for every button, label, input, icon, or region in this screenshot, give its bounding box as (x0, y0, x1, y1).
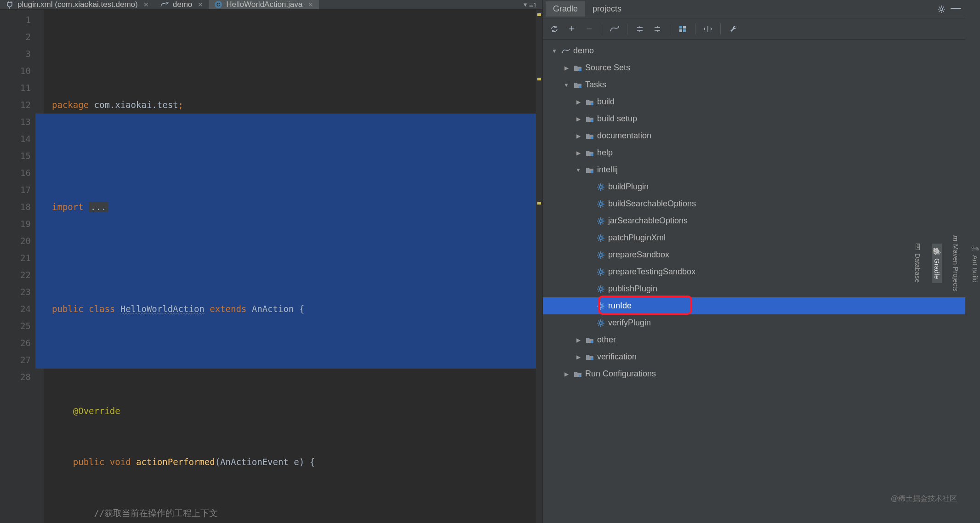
close-icon[interactable]: ✕ (143, 1, 149, 8)
folded-imports[interactable]: ... (89, 202, 108, 212)
gradle-panel: Gradle projects — + − ▼demo ▶Source Sets… (542, 0, 965, 523)
dropdown-icon[interactable]: ▾ (524, 0, 527, 9)
tree-task-patchpluginxml[interactable]: patchPluginXml (543, 229, 965, 246)
warning-marker[interactable] (537, 202, 541, 205)
class-ref: AnAction (252, 304, 294, 314)
warning-marker[interactable] (537, 13, 541, 16)
close-icon[interactable]: ✕ (308, 1, 313, 8)
tree-source-sets[interactable]: ▶Source Sets (543, 59, 965, 76)
refresh-icon[interactable] (547, 22, 561, 36)
tab-plugin-xml[interactable]: plugin.xml (com.xiaokai.test.demo) ✕ (0, 0, 154, 9)
tree-label: jarSearchableOptions (608, 216, 688, 226)
side-tab-ant[interactable]: 🐜Ant Build (970, 240, 980, 286)
tree-root-demo[interactable]: ▼demo (543, 42, 965, 59)
marker-strip[interactable] (536, 10, 542, 523)
tree-task-jarsearchable[interactable]: jarSearchableOptions (543, 212, 965, 229)
svg-point-23 (591, 341, 593, 343)
tree-folder-intellij[interactable]: ▼intellij (543, 161, 965, 178)
tab-demo[interactable]: demo ✕ (154, 0, 209, 9)
tree-task-verifyplugin[interactable]: verifyPlugin (543, 314, 965, 331)
collapse-all-icon[interactable] (650, 22, 664, 36)
annotation: @Override (73, 406, 120, 416)
gear-icon[interactable] (937, 5, 946, 14)
tree-folder-build[interactable]: ▶build (543, 93, 965, 110)
close-icon[interactable]: ✕ (198, 1, 203, 8)
svg-rect-7 (579, 68, 581, 71)
tree-task-runide[interactable]: runIde (543, 297, 965, 314)
tab-bar: plugin.xml (com.xiaokai.test.demo) ✕ dem… (0, 0, 542, 10)
side-tab-label: Ant Build (971, 255, 979, 283)
line-number: 25 (0, 318, 31, 335)
tree-label: verifyPlugin (608, 318, 651, 328)
tree-run-configs[interactable]: ▶Run Configurations (543, 365, 965, 382)
gradle-tree[interactable]: ▼demo ▶Source Sets ▼Tasks ▶build ▶build … (543, 40, 965, 523)
expand-all-icon[interactable] (633, 22, 647, 36)
keyword: extends (210, 304, 246, 314)
tree-folder-documentation[interactable]: ▶documentation (543, 127, 965, 144)
tab-label: plugin.xml (com.xiaokai.test.demo) (17, 0, 138, 9)
tree-label: demo (573, 46, 594, 56)
tree-task-buildsearchable[interactable]: buildSearchableOptions (543, 195, 965, 212)
svg-point-17 (599, 237, 602, 239)
line-number: 20 (0, 233, 31, 250)
svg-point-22 (599, 322, 602, 324)
line-number: 3 (0, 45, 31, 63)
gradle-icon (160, 1, 169, 8)
svg-point-2 (940, 8, 943, 11)
tree-task-preparesandbox[interactable]: prepareSandbox (543, 246, 965, 263)
right-tab-bar: Gradle projects — (543, 0, 965, 18)
tree-label: prepareTestingSandbox (608, 267, 695, 277)
gear-icon (596, 182, 605, 192)
side-tab-label: Database (914, 253, 922, 283)
warning-marker[interactable] (537, 78, 541, 80)
tree-label: other (597, 335, 616, 345)
line-number: 17 (0, 182, 31, 199)
svg-point-20 (599, 288, 602, 290)
svg-point-18 (599, 254, 602, 256)
line-number: 19 (0, 216, 31, 233)
svg-point-9 (591, 102, 593, 105)
wrench-icon[interactable] (726, 22, 740, 36)
code-area[interactable]: package com.xiaokai.test; import ... pub… (44, 10, 536, 523)
tree-task-publishplugin[interactable]: publishPlugin (543, 280, 965, 297)
tree-folder-help[interactable]: ▶help (543, 144, 965, 161)
svg-rect-3 (679, 26, 682, 28)
gradle-icon[interactable] (608, 22, 621, 36)
line-number: 23 (0, 284, 31, 301)
tree-task-preparetestingsandbox[interactable]: prepareTestingSandbox (543, 263, 965, 280)
side-tab-maven[interactable]: mMaven Projects (951, 232, 961, 296)
tree-tasks[interactable]: ▼Tasks (543, 76, 965, 93)
tree-folder-build-setup[interactable]: ▶build setup (543, 110, 965, 127)
side-tab-gradle[interactable]: 🐘Gradle (932, 244, 942, 283)
tab-projects[interactable]: projects (585, 1, 629, 17)
keyword: public class (52, 304, 115, 314)
brace: { (299, 304, 304, 314)
tree-label: build setup (597, 114, 637, 124)
side-tab-database[interactable]: 🗄Database (913, 240, 923, 286)
tree-folder-other[interactable]: ▶other (543, 331, 965, 348)
tree-label: build (597, 97, 615, 107)
svg-rect-4 (683, 26, 686, 28)
tree-label: buildPlugin (608, 182, 649, 192)
tree-label: prepareSandbox (608, 250, 669, 260)
svg-point-13 (591, 171, 593, 173)
show-diagram-icon[interactable] (676, 22, 689, 36)
line-number: 18 (0, 199, 31, 216)
gear-icon (596, 250, 605, 260)
tab-gradle[interactable]: Gradle (546, 1, 585, 17)
offline-mode-icon[interactable] (701, 22, 715, 36)
side-tab-label: Gradle (933, 258, 941, 279)
svg-point-16 (599, 220, 602, 222)
svg-point-11 (591, 136, 593, 139)
svg-point-19 (599, 271, 602, 273)
class-icon: C (214, 0, 222, 9)
add-icon[interactable]: + (565, 22, 579, 36)
tree-folder-verification[interactable]: ▶verification (543, 348, 965, 365)
tree-label: verification (597, 352, 637, 362)
editor[interactable]: 1 2 3 10 11 12 13 14 15 16 17 18 19 20 2… (0, 10, 542, 523)
tree-task-buildplugin[interactable]: buildPlugin (543, 178, 965, 195)
tab-helloworld-action[interactable]: C HelloWorldAction.java ✕ (209, 0, 319, 9)
tree-label: help (597, 148, 613, 158)
remove-icon: − (582, 22, 596, 36)
minimize-icon[interactable]: — (951, 5, 961, 14)
